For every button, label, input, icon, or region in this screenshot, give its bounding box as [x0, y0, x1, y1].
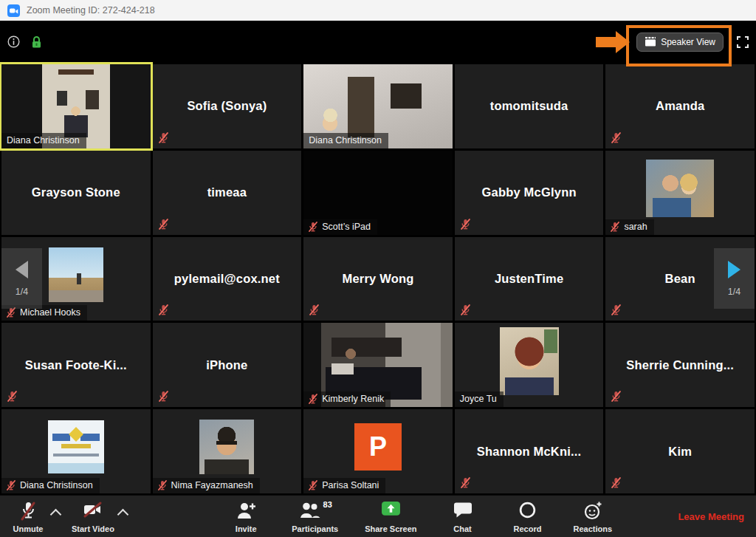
participant-tile[interactable]: pylemail@cox.net — [153, 237, 302, 321]
participant-tile[interactable]: tomomitsuda — [455, 64, 604, 148]
invite-button[interactable]: Invite — [227, 496, 265, 537]
unmute-button[interactable]: Unmute — [9, 496, 47, 537]
participant-name-label: Parisa Soltani — [303, 478, 385, 493]
participant-tile[interactable]: Nima Fayazmanesh — [153, 409, 302, 493]
start-video-label: Start Video — [72, 524, 114, 533]
participant-name: Grayson Stone — [1, 151, 151, 235]
leave-meeting-button[interactable]: Leave Meeting — [678, 496, 744, 537]
participant-name-label: Diana Christinson — [1, 478, 100, 493]
participant-name: Merry Wong — [303, 237, 453, 321]
participant-tile[interactable]: Kimberly Renik — [303, 323, 453, 407]
unmute-label: Unmute — [13, 524, 44, 533]
participant-video — [199, 420, 254, 474]
zoom-app-window: Zoom Meeting ID: 272-424-218 Speaker Vie… — [0, 0, 756, 537]
participant-name-text: Diana Christinson — [20, 480, 93, 490]
participant-tile[interactable]: Merry Wong — [303, 237, 453, 321]
participant-tile[interactable]: Kim — [605, 409, 755, 493]
participant-tile[interactable]: JustenTime — [455, 237, 604, 321]
participant-name-label: Joyce Tu — [455, 391, 504, 407]
participant-tile[interactable]: iPhone — [153, 323, 302, 407]
participants-button[interactable]: 83 Participants — [292, 496, 338, 537]
participant-tile[interactable]: Scott’s iPad — [303, 151, 453, 235]
participant-tile[interactable]: Parisa Soltani — [303, 409, 453, 493]
participant-name: Sofia (Sonya) — [153, 64, 302, 148]
participant-tile[interactable]: Diana Christinson — [1, 64, 151, 148]
gallery-page-nav[interactable]: 1/4 — [714, 248, 755, 309]
muted-mic-icon — [7, 391, 17, 402]
participants-icon — [298, 501, 320, 520]
participant-tile[interactable]: Joyce Tu — [455, 323, 604, 407]
window-title: Zoom Meeting ID: 272-424-218 — [27, 5, 155, 16]
participant-tile[interactable]: Michael Hooks 1/4 — [1, 237, 151, 321]
video-options-chevron[interactable] — [117, 509, 129, 521]
participant-name: timeaa — [153, 151, 302, 235]
chat-button[interactable]: Chat — [444, 496, 482, 537]
muted-mic-icon — [7, 480, 16, 490]
muted-mic-icon — [611, 222, 619, 232]
meeting-info-icon[interactable] — [7, 35, 20, 48]
participant-name-text: Joyce Tu — [460, 394, 497, 404]
muted-mic-icon — [7, 307, 16, 318]
muted-mic-icon — [309, 304, 319, 315]
participant-video — [49, 247, 103, 302]
participant-tile[interactable]: Diana Christinson — [1, 409, 151, 493]
participant-tile[interactable]: Sherrie Cunning... — [605, 323, 755, 407]
gallery-page-nav[interactable]: 1/4 — [1, 248, 42, 309]
participant-tile[interactable]: Amanda — [605, 64, 755, 148]
participant-tile[interactable]: sarah — [605, 151, 755, 235]
invite-label: Invite — [236, 524, 257, 533]
invite-icon — [236, 501, 256, 521]
muted-mic-icon — [461, 304, 470, 315]
audio-options-chevron[interactable] — [50, 509, 62, 521]
participant-name-text: Scott’s iPad — [322, 222, 371, 232]
participant-tile[interactable]: Shannon McKni... — [455, 409, 604, 493]
participant-tile[interactable]: Bean 1/4 — [605, 237, 755, 321]
participant-name-text: Diana Christinson — [7, 135, 80, 146]
participant-tile[interactable]: Diana Christinson — [303, 64, 453, 148]
muted-mic-icon — [159, 391, 168, 402]
muted-mic-icon — [309, 394, 317, 404]
muted-mic-icon — [611, 304, 621, 315]
gallery-nav-arrow-icon — [728, 261, 740, 278]
participant-video — [48, 420, 104, 473]
participant-name: pylemail@cox.net — [153, 237, 302, 321]
reactions-label: Reactions — [574, 524, 613, 533]
record-button[interactable]: Record — [509, 496, 547, 537]
gallery-page-indicator: 1/4 — [16, 287, 28, 297]
muted-mic-icon — [611, 391, 621, 402]
participant-tile[interactable]: Grayson Stone — [1, 151, 151, 235]
muted-mic-icon — [159, 219, 168, 230]
gallery-nav-arrow-icon — [16, 261, 28, 278]
participants-label: Participants — [292, 524, 338, 533]
annotation-arrow — [596, 31, 630, 53]
muted-mic-icon — [461, 219, 470, 230]
participant-name: Kim — [605, 409, 755, 493]
window-titlebar: Zoom Meeting ID: 272-424-218 — [0, 0, 756, 21]
participant-tile[interactable]: Sofia (Sonya) — [153, 64, 302, 148]
participant-name-text: Kimberly Renik — [322, 394, 384, 404]
reactions-button[interactable]: Reactions — [574, 496, 613, 537]
participant-video — [500, 327, 559, 395]
participant-name-label: Nima Fayazmanesh — [153, 478, 260, 493]
participant-tile[interactable]: Susan Foote-Ki... — [1, 323, 151, 407]
participant-name: iPhone — [153, 323, 302, 407]
gallery-page-indicator: 1/4 — [728, 287, 740, 297]
chat-icon — [453, 501, 472, 521]
gallery-view-icon — [645, 37, 656, 47]
participant-name: Susan Foote-Ki... — [1, 323, 151, 407]
participant-name: Gabby McGlynn — [455, 151, 604, 235]
muted-mic-toolbar-icon — [18, 501, 38, 521]
participant-tile[interactable]: timeaa — [153, 151, 302, 235]
fullscreen-icon[interactable] — [737, 36, 749, 48]
participant-video — [354, 423, 402, 471]
participant-tile[interactable]: Gabby McGlynn — [455, 151, 604, 235]
start-video-button[interactable]: Start Video — [72, 496, 114, 537]
encryption-lock-icon — [31, 35, 42, 49]
muted-mic-icon — [309, 480, 317, 490]
share-screen-button[interactable]: Share Screen — [365, 496, 416, 537]
speaker-view-button[interactable]: Speaker View — [636, 33, 724, 52]
muted-mic-icon — [309, 222, 317, 232]
meeting-header-bar: Speaker View — [0, 21, 756, 63]
participant-name-label: sarah — [605, 219, 653, 235]
participant-video — [646, 160, 714, 217]
